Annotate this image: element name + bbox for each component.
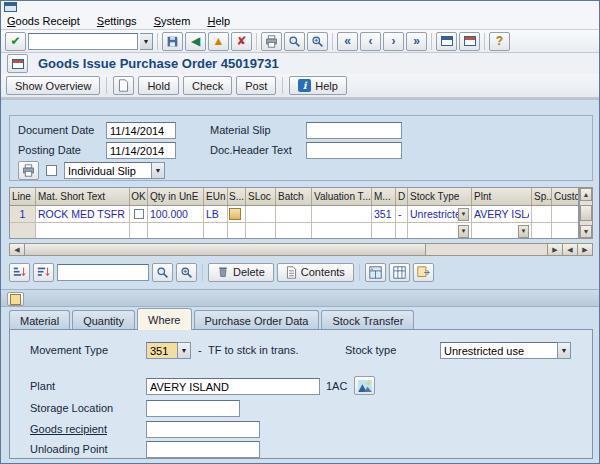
scroll-right-icon[interactable]: ▶: [547, 244, 562, 255]
col-stock-type[interactable]: Stock Type: [408, 188, 472, 206]
new-document-button[interactable]: [113, 76, 134, 95]
print-button[interactable]: [261, 32, 282, 51]
col-s[interactable]: S...: [228, 188, 246, 206]
cell-movement[interactable]: 351: [372, 206, 396, 223]
movement-type-dropdown-icon[interactable]: ▼: [178, 342, 191, 359]
tab-stock-transfer[interactable]: Stock Transfer: [321, 310, 414, 330]
plant-address-button[interactable]: [354, 376, 375, 395]
stock-determination-icon[interactable]: [229, 208, 241, 220]
cell-ok[interactable]: [130, 223, 148, 239]
menu-goods-receipt[interactable]: Goods Receipt: [7, 13, 80, 29]
cell-mat-short-text[interactable]: [36, 223, 130, 239]
print-slip-checkbox[interactable]: [46, 165, 57, 176]
help-button[interactable]: iHelp: [289, 76, 347, 95]
cell-s[interactable]: [228, 223, 246, 239]
exit-button[interactable]: ▲: [208, 32, 229, 51]
show-overview-button[interactable]: Show Overview: [6, 76, 100, 95]
print-slip-button[interactable]: [18, 161, 39, 180]
goods-recipient-input[interactable]: [146, 421, 260, 438]
grid-find-button[interactable]: [152, 263, 173, 282]
cell-mat-short-text[interactable]: ROCK MED TSFR: [36, 206, 130, 223]
cell-batch[interactable]: [276, 206, 312, 223]
individual-slip-combo[interactable]: Individual Slip: [64, 162, 152, 179]
vertical-scroll-thumb[interactable]: [580, 205, 592, 221]
cell-sloc[interactable]: [246, 223, 276, 239]
detail-handle-button[interactable]: [7, 292, 24, 306]
cell-plnt[interactable]: ▼: [472, 223, 532, 239]
storage-location-input[interactable]: [146, 400, 240, 417]
cell-sp[interactable]: [532, 206, 552, 223]
cell-batch[interactable]: [276, 223, 312, 239]
window-system-icon[interactable]: [4, 2, 17, 12]
create-shortcut-button[interactable]: [459, 32, 480, 51]
export-button[interactable]: [413, 263, 434, 282]
menu-help[interactable]: Help: [207, 13, 230, 29]
col-movement[interactable]: M...: [372, 188, 396, 206]
check-button[interactable]: Check: [183, 76, 232, 95]
hold-button[interactable]: Hold: [138, 76, 179, 95]
sort-descending-button[interactable]: [33, 263, 54, 282]
col-line[interactable]: Line: [10, 188, 36, 206]
grid-find-next-button[interactable]: [176, 263, 197, 282]
cell-valuation-type[interactable]: [312, 223, 372, 239]
scroll-up-icon[interactable]: ▲: [580, 188, 592, 201]
unloading-point-input[interactable]: [146, 441, 260, 458]
cell-sp[interactable]: [532, 223, 552, 239]
col-ok[interactable]: OK: [130, 188, 148, 206]
cancel-button[interactable]: ✘: [231, 32, 252, 51]
back-button[interactable]: ◀: [185, 32, 206, 51]
cell-qty[interactable]: [148, 223, 204, 239]
help-toolbar-button[interactable]: ?: [489, 32, 510, 51]
sort-ascending-button[interactable]: [9, 263, 30, 282]
cell-d[interactable]: -: [396, 206, 408, 223]
scroll-left-icon-2[interactable]: ◀: [562, 244, 577, 255]
tab-material[interactable]: Material: [9, 310, 70, 330]
menu-settings[interactable]: Settings: [97, 13, 137, 29]
posting-date-input[interactable]: [106, 142, 176, 159]
tab-quantity[interactable]: Quantity: [72, 310, 135, 330]
save-button[interactable]: [162, 32, 183, 51]
cell-d[interactable]: [396, 223, 408, 239]
col-eun[interactable]: EUn: [204, 188, 228, 206]
doc-header-text-input[interactable]: [306, 142, 402, 159]
first-page-button[interactable]: «: [337, 32, 358, 51]
col-qty-in-une[interactable]: Qty in UnE: [148, 188, 204, 206]
grid-filter-input[interactable]: [57, 264, 149, 281]
movement-type-field[interactable]: 351: [146, 342, 178, 359]
grid-horizontal-scrollbar[interactable]: ◀ ▶ ◀ ▶: [9, 243, 593, 256]
col-valuation-type[interactable]: Valuation T...: [312, 188, 372, 206]
new-session-button[interactable]: [436, 32, 457, 51]
cell-stock-type[interactable]: Unrestricte..▼: [408, 206, 472, 223]
command-dropdown-icon[interactable]: ▼: [140, 33, 153, 50]
cell-eun[interactable]: LB: [204, 206, 228, 223]
col-batch[interactable]: Batch: [276, 188, 312, 206]
transaction-menu-button[interactable]: [7, 54, 28, 73]
cell-plnt[interactable]: AVERY ISLA..: [472, 206, 532, 223]
stock-type-dropdown-icon[interactable]: ▼: [558, 342, 571, 359]
cell-line[interactable]: [10, 223, 36, 239]
previous-page-button[interactable]: ‹: [360, 32, 381, 51]
menu-system[interactable]: System: [154, 13, 191, 29]
cell-custom[interactable]: [552, 223, 579, 239]
tab-purchase-order-data[interactable]: Purchase Order Data: [194, 310, 320, 330]
cell-sloc[interactable]: [246, 206, 276, 223]
scroll-left-icon[interactable]: ◀: [10, 244, 25, 255]
scroll-right-icon-2[interactable]: ▶: [577, 244, 592, 255]
splitter-bar[interactable]: [1, 289, 599, 307]
material-slip-input[interactable]: [306, 122, 402, 139]
command-field[interactable]: [28, 33, 138, 50]
individual-slip-dropdown-icon[interactable]: ▼: [152, 162, 165, 179]
cell-qty[interactable]: 100.000: [148, 206, 204, 223]
stock-type-combo[interactable]: Unrestricted use: [440, 342, 558, 359]
enter-button[interactable]: ✔: [5, 32, 26, 51]
last-page-button[interactable]: »: [406, 32, 427, 51]
cell-custom[interactable]: [552, 206, 579, 223]
cell-valuation-type[interactable]: [312, 206, 372, 223]
find-button[interactable]: [284, 32, 305, 51]
grid-vertical-scrollbar[interactable]: ▲ ▼: [579, 187, 593, 239]
document-date-input[interactable]: [106, 122, 176, 139]
ok-checkbox[interactable]: [134, 209, 144, 219]
next-page-button[interactable]: ›: [383, 32, 404, 51]
col-custom[interactable]: Custom...: [552, 188, 579, 206]
tab-where[interactable]: Where: [137, 308, 191, 330]
